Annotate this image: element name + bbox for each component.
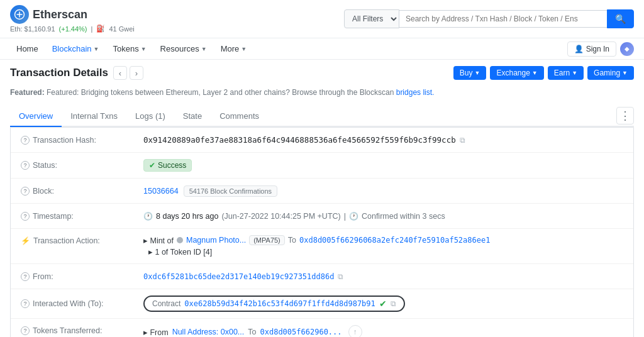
- tokens-from-prefix: ▸ From: [143, 328, 169, 337]
- contract-copy-icon[interactable]: ⧉: [391, 299, 396, 308]
- separator: |: [344, 212, 346, 221]
- page-title: Transaction Details: [10, 67, 108, 79]
- clock-icon: 🕐: [143, 212, 153, 221]
- search-input[interactable]: [399, 10, 607, 28]
- tab-internal-txns[interactable]: Internal Txns: [62, 106, 126, 127]
- nav-blockchain[interactable]: Blockchain ▼: [46, 41, 106, 57]
- tx-action-value: ▸ Mint of Magnum Photo... (MPA75) To 0xd…: [143, 235, 623, 257]
- token-dot-1: [177, 237, 183, 243]
- interacted-value: Contract 0xe628b59d34f42b16c53f4d697f1ff…: [143, 296, 623, 312]
- tokens-caret: ▼: [141, 46, 147, 52]
- tx-hash-label: ? Transaction Hash:: [21, 136, 143, 145]
- timestamp-value: 🕐 8 days 20 hrs ago (Jun-27-2022 10:44:2…: [143, 212, 623, 221]
- from-value: 0xdc6f5281bc65dee2d317e140eb19c927351dd8…: [143, 272, 623, 281]
- top-header: Etherscan Eth: $1,160.91 (+1.44%) | ⛽ 41…: [0, 0, 644, 38]
- nav-home[interactable]: Home: [10, 41, 45, 57]
- featured-banner: Featured: Featured: Bridging tokens betw…: [10, 85, 634, 100]
- nav-right: 👤 Sign In ◆: [567, 41, 634, 57]
- gaming-caret: ▼: [622, 70, 628, 76]
- exchange-button[interactable]: Exchange ▼: [490, 66, 543, 80]
- buy-caret: ▼: [475, 70, 480, 76]
- earn-button[interactable]: Earn ▼: [548, 66, 584, 80]
- tx-action-address-link[interactable]: 0xd8d005f66296068a2efc240f7e5910af52a86e…: [299, 236, 490, 245]
- sign-in-button[interactable]: 👤 Sign In: [567, 41, 616, 57]
- transfer-arrow-icon: ↑: [348, 325, 362, 337]
- status-row: ? Status: ✔ Success: [11, 153, 633, 179]
- nav-resources[interactable]: Resources ▼: [154, 41, 213, 57]
- tabs-inner: Overview Internal Txns Logs (1) State Co…: [10, 106, 268, 126]
- contract-address-link[interactable]: 0xe628b59d34f42b16c53f4d697f1ffd4d8d987b…: [184, 299, 375, 308]
- mint-text: ▸ Mint of: [143, 236, 174, 245]
- from-label: ? From:: [21, 272, 143, 281]
- tokens-row: ? Tokens Transferred: ▸ From Null Addres…: [11, 319, 633, 337]
- tx-action-line2: ▸ 1 of Token ID [4]: [143, 247, 623, 257]
- timestamp-confirmed: Confirmed within 3 secs: [362, 212, 445, 221]
- status-label: ? Status:: [21, 161, 143, 170]
- tx-action-label: ⚡ Transaction Action:: [21, 235, 143, 245]
- gwei-value: 41 Gwei: [109, 25, 134, 33]
- sign-in-label: Sign In: [586, 45, 609, 53]
- tokens-label: ? Tokens Transferred:: [21, 325, 143, 335]
- block-value: 15036664 54176 Block Confirmations: [143, 185, 623, 197]
- tokens-transfer-line: ▸ From Null Address: 0x00... To 0xd8d005…: [143, 325, 623, 337]
- search-button[interactable]: 🔍: [607, 9, 634, 28]
- block-number-link[interactable]: 15036664: [143, 187, 179, 196]
- details-table: ? Transaction Hash: 0x91420889a0fe37ae88…: [10, 127, 634, 337]
- earn-caret: ▼: [572, 70, 577, 76]
- token-tag-1: (MPA75): [249, 235, 285, 245]
- interacted-help-icon[interactable]: ?: [21, 299, 30, 308]
- featured-text: Featured: Bridging tokens between Ethere…: [47, 88, 394, 97]
- nav-tokens[interactable]: Tokens ▼: [106, 41, 152, 57]
- exchange-caret: ▼: [532, 70, 538, 76]
- timestamp-help-icon[interactable]: ?: [21, 212, 30, 221]
- next-arrow[interactable]: ›: [130, 66, 143, 80]
- filter-select[interactable]: All Filters: [344, 9, 399, 28]
- nav-more[interactable]: More ▼: [214, 41, 253, 57]
- status-value: ✔ Success: [143, 159, 623, 172]
- blockchain-caret: ▼: [94, 46, 99, 52]
- eth-logo-icon: ◆: [620, 42, 634, 56]
- tokens-help-icon[interactable]: ?: [21, 326, 30, 335]
- search-area: All Filters 🔍: [344, 9, 634, 28]
- from-copy-icon[interactable]: ⧉: [338, 272, 343, 281]
- eth-price: Eth: $1,160.91: [10, 25, 55, 33]
- resources-caret: ▼: [201, 46, 207, 52]
- from-help-icon[interactable]: ?: [21, 272, 30, 281]
- more-options-button[interactable]: ⋮: [616, 107, 634, 124]
- action-buttons-group: Buy ▼ Exchange ▼ Earn ▼ Gaming ▼: [453, 66, 634, 80]
- timestamp-label: ? Timestamp:: [21, 212, 143, 221]
- gas-icon: ⛽: [96, 25, 105, 33]
- tab-state[interactable]: State: [174, 106, 211, 127]
- tx-hash-help-icon[interactable]: ?: [21, 136, 30, 145]
- nav-arrows: ‹ ›: [113, 66, 143, 80]
- null-address-link[interactable]: Null Address: 0x00...: [172, 328, 245, 336]
- prev-arrow[interactable]: ‹: [113, 66, 127, 80]
- from-address-link[interactable]: 0xdc6f5281bc65dee2d317e140eb19c927351dd8…: [143, 272, 334, 281]
- block-label: ? Block:: [21, 187, 143, 196]
- tab-logs[interactable]: Logs (1): [126, 106, 174, 127]
- block-confirmations-badge: 54176 Block Confirmations: [184, 185, 277, 197]
- buy-button[interactable]: Buy ▼: [453, 66, 487, 80]
- contract-check-icon: ✔: [379, 299, 387, 309]
- tokens-to-address-link[interactable]: 0xd8d005f662960...: [260, 328, 342, 336]
- tab-comments[interactable]: Comments: [211, 106, 268, 127]
- logo-area: Etherscan Eth: $1,160.91 (+1.44%) | ⛽ 41…: [10, 5, 135, 33]
- bridges-link[interactable]: bridges list.: [396, 88, 435, 97]
- to-text: To: [288, 236, 296, 245]
- status-check-icon: ✔: [149, 161, 155, 170]
- gaming-button[interactable]: Gaming ▼: [587, 66, 634, 80]
- timestamp-ago: 8 days 20 hrs ago: [156, 212, 218, 221]
- from-row: ? From: 0xdc6f5281bc65dee2d317e140eb19c9…: [11, 264, 633, 289]
- tabs-row: Overview Internal Txns Logs (1) State Co…: [10, 106, 634, 127]
- block-help-icon[interactable]: ?: [21, 187, 30, 196]
- tx-hash-copy-icon[interactable]: ⧉: [460, 136, 465, 145]
- featured-label: Featured:: [10, 88, 45, 97]
- status-help-icon[interactable]: ?: [21, 161, 30, 170]
- tab-overview[interactable]: Overview: [10, 106, 62, 127]
- user-icon: 👤: [574, 45, 584, 53]
- logo-icon: [10, 5, 29, 24]
- tx-action-icon: ⚡: [21, 236, 30, 245]
- main-nav: Home Blockchain ▼ Tokens ▼ Resources ▼ M…: [0, 38, 644, 60]
- token-name-link[interactable]: Magnum Photo...: [186, 236, 246, 245]
- tokens-value: ▸ From Null Address: 0x00... To 0xd8d005…: [143, 325, 623, 337]
